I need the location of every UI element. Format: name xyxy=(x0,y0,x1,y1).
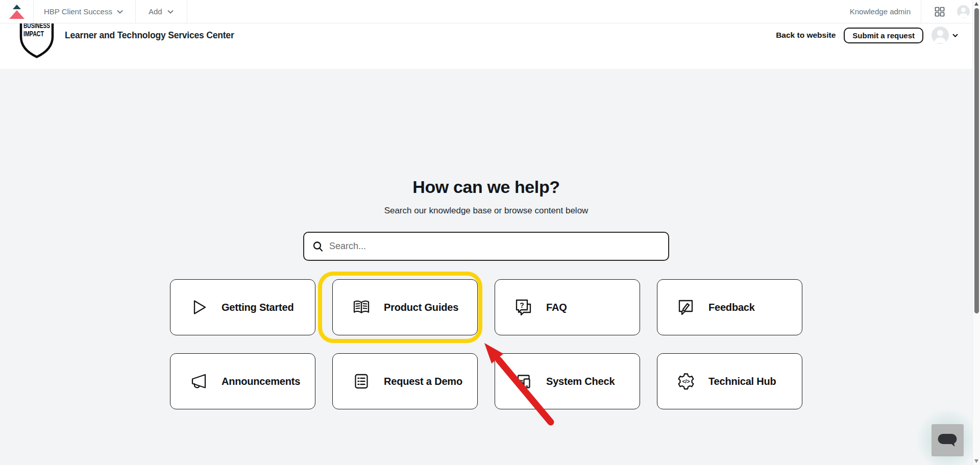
brand-logo[interactable] xyxy=(0,0,34,23)
gear-code-icon: </> xyxy=(676,371,696,391)
mountain-logo-icon xyxy=(9,5,24,19)
card-label: FAQ xyxy=(546,302,567,313)
chevron-down-icon xyxy=(167,10,174,14)
card-technical-hub[interactable]: </> Technical Hub xyxy=(657,353,802,409)
search-input[interactable] xyxy=(329,241,660,252)
divider xyxy=(921,0,921,23)
card-label: Technical Hub xyxy=(708,376,776,387)
back-to-website-link[interactable]: Back to website xyxy=(776,31,836,40)
card-getting-started[interactable]: Getting Started xyxy=(170,279,315,335)
scrollbar xyxy=(972,0,980,465)
card-feedback[interactable]: Feedback xyxy=(657,279,802,335)
devices-icon xyxy=(513,371,534,391)
play-icon xyxy=(189,297,209,317)
role-label: Knowledge admin xyxy=(850,7,911,16)
site-title: Learner and Technology Services Center xyxy=(65,30,234,41)
card-label: System Check xyxy=(546,376,615,387)
chevron-down-icon xyxy=(952,34,958,37)
add-dropdown[interactable]: Add xyxy=(136,0,187,23)
page-title: How can we help? xyxy=(0,69,972,197)
submit-request-button[interactable]: Submit a request xyxy=(844,28,923,43)
main-content: How can we help? Search our knowledge ba… xyxy=(0,69,972,409)
admin-avatar-icon[interactable] xyxy=(957,5,970,18)
chevron-down-icon xyxy=(117,10,123,14)
chat-launcher-button[interactable] xyxy=(932,424,964,456)
question-bubbles-icon: ? xyxy=(513,297,534,317)
svg-text:</>: </> xyxy=(682,378,690,384)
scroll-down-arrow-icon[interactable] xyxy=(974,459,978,463)
card-label: Getting Started xyxy=(222,302,293,313)
user-menu[interactable] xyxy=(932,27,958,44)
card-label: Request a Demo xyxy=(384,376,462,387)
scroll-up-arrow-icon[interactable] xyxy=(974,2,978,6)
card-label: Feedback xyxy=(708,302,755,313)
workspace-dropdown[interactable]: HBP Client Success xyxy=(34,0,136,23)
checklist-icon xyxy=(351,371,372,391)
admin-bar-right: Knowledge admin xyxy=(850,0,980,23)
search-icon xyxy=(312,241,324,252)
site-header: BUSINESS IMPACT Learner and Technology S… xyxy=(0,23,980,69)
card-announcements[interactable]: Announcements xyxy=(170,353,315,409)
card-request-a-demo[interactable]: Request a Demo xyxy=(332,353,478,409)
card-faq[interactable]: ? FAQ xyxy=(495,279,640,335)
chat-bubble-icon xyxy=(937,433,958,448)
search-bar xyxy=(303,232,669,261)
card-system-check[interactable]: System Check xyxy=(495,353,640,409)
card-label: Product Guides xyxy=(384,302,458,313)
topic-cards-grid: Getting Started Product Guides xyxy=(170,279,802,409)
open-book-icon xyxy=(351,297,372,317)
admin-bar: HBP Client Success Add Knowledge admin xyxy=(0,0,980,23)
card-product-guides[interactable]: Product Guides xyxy=(332,279,478,335)
megaphone-icon xyxy=(189,371,209,391)
user-avatar-icon xyxy=(932,27,949,44)
page: HBP Client Success Add Knowledge admin xyxy=(0,0,980,465)
pencil-bubble-icon xyxy=(676,297,696,317)
scrollbar-thumb[interactable] xyxy=(974,8,979,313)
apps-grid-icon[interactable] xyxy=(935,7,945,17)
page-subtitle: Search our knowledge base or browse cont… xyxy=(0,206,972,216)
add-label: Add xyxy=(149,7,162,16)
workspace-label: HBP Client Success xyxy=(44,7,112,16)
card-label: Announcements xyxy=(222,376,300,387)
svg-text:?: ? xyxy=(520,301,524,309)
